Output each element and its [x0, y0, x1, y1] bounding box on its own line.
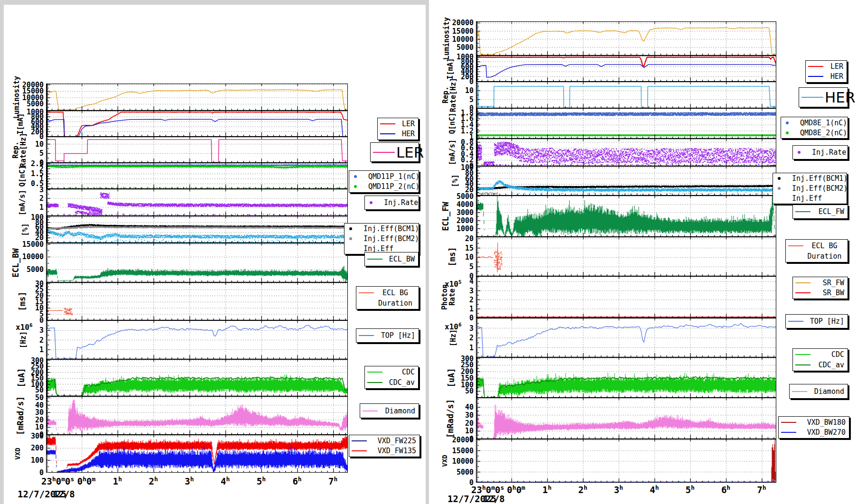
- legend-entry: CDC_av: [366, 377, 417, 388]
- legend-entry: ECL_FW: [794, 206, 847, 217]
- legend-entry: HER: [807, 72, 846, 82]
- xaxis-time-unit: m: [522, 484, 525, 491]
- legend-no-marker: [787, 251, 805, 261]
- ytick-duration-right: 20: [445, 235, 474, 243]
- legend-left-8: CDCCDC_av: [364, 366, 419, 389]
- legend-entry: Diamond: [791, 386, 847, 397]
- legend-entry: CDC: [794, 349, 847, 360]
- legend-label: Inj.Rate: [384, 198, 420, 207]
- xaxis-time-unit: h: [190, 476, 194, 483]
- xaxis-time-unit: h: [619, 484, 623, 491]
- legend-line-marker: [357, 288, 375, 298]
- ylabel-top-left: [Hz]: [19, 331, 27, 348]
- ylabel-reprate-right: Rep. Rate[Hz]: [442, 78, 457, 112]
- ylabel-vxd-left: VXD: [14, 448, 21, 459]
- legend-line-marker: [791, 386, 809, 397]
- axis-power-label-top-left: x106: [16, 322, 33, 332]
- legend-label: QMD8E_1(nC): [800, 119, 849, 127]
- legend-no-marker: [357, 298, 375, 308]
- xaxis-time-unit: h: [334, 476, 338, 483]
- ylabel-ecl_bw-left: ECL_BW: [12, 248, 19, 277]
- legend-line-marker: [800, 88, 825, 106]
- xaxis-label-left-8: 7h: [328, 476, 337, 486]
- legend-left-2: QMD11P_1(nC)QMD11P_2(nC): [349, 170, 419, 193]
- ylabel-injeff-left: [%]: [21, 223, 29, 236]
- xaxis-label-left-5: 4h: [221, 476, 230, 486]
- legend-entry: Inj.Eff(BCM2): [345, 234, 418, 244]
- xaxis-time-number: 0: [86, 476, 92, 486]
- legend-right-5: ECL_FW: [792, 205, 848, 219]
- legend-entry: LER: [379, 119, 417, 129]
- legend-line-marker: [780, 417, 798, 428]
- ytick-ecl_fw-right: 5000: [445, 193, 474, 200]
- legend-dot-marker: [345, 234, 363, 244]
- legend-dot-marker: [345, 224, 363, 234]
- panel-charge-left: [46, 163, 348, 189]
- legend-label: HER: [397, 130, 417, 138]
- xaxis-time-unit: h: [584, 484, 587, 491]
- legend-dot-marker: [782, 128, 800, 138]
- xaxis-time-unit: h: [298, 476, 302, 483]
- legend-entry: QMD8E_1(nC): [782, 118, 847, 128]
- xaxis-time-number: 0: [516, 485, 522, 495]
- legend-entry: Inj.Eff(BCM2): [774, 184, 846, 194]
- legend-label: LER: [825, 62, 846, 71]
- legend-entry: Duration: [357, 298, 418, 308]
- legend-label: CDC: [812, 350, 847, 359]
- power-exponent: 6: [458, 322, 462, 328]
- ylabel-duration-right: [ms]: [448, 247, 456, 266]
- xaxis-time-number: 6: [721, 485, 727, 495]
- legend-label: TOP [Hz]: [805, 317, 847, 326]
- xaxis-time-number: 0: [507, 485, 512, 495]
- legend-label: QMD11P_1(nC): [368, 172, 422, 181]
- legend-entry: VXD_BW180: [780, 417, 848, 428]
- xaxis-time-unit: s: [70, 476, 74, 483]
- legend-dot-marker: [366, 197, 384, 208]
- legend-line-marker: [794, 288, 812, 299]
- legend-line-marker: [807, 61, 825, 72]
- date-label-left-1: 12/8: [53, 489, 75, 499]
- ylabel-duration-left: [ms]: [19, 292, 26, 311]
- legend-entry: Inj.Rate: [366, 197, 418, 208]
- background-monitor-canvas: 5000100001500020000Luminosity02004006008…: [0, 0, 857, 504]
- legend-left-1: LER: [370, 142, 419, 162]
- legend-entry: TOP [Hz]: [357, 330, 418, 341]
- legend-line-marker: [350, 436, 368, 446]
- legend-label: LER: [396, 144, 426, 161]
- legend-entry: Diamond: [361, 406, 418, 416]
- legend-label: Inj.Eff(BCM1): [363, 224, 421, 233]
- legend-line-marker: [794, 349, 812, 360]
- xaxis-label-right-1: 0h0m: [507, 484, 525, 495]
- legend-label: Inj.Eff(BCM2): [363, 234, 421, 243]
- legend-entry: CDC_av: [794, 360, 847, 370]
- legend-left-10: VXD_FW225VXD_FW135: [349, 435, 420, 457]
- legend-entry: Inj.Eff(BCM1): [345, 224, 418, 234]
- xaxis-time-number: 5: [686, 485, 691, 495]
- legend-label: Diamond: [809, 387, 847, 396]
- legend-entry: Duration: [787, 251, 847, 261]
- xaxis-time-number: 6: [292, 476, 298, 486]
- legend-line-marker: [350, 446, 368, 457]
- panel-duration-left: [46, 282, 348, 320]
- xaxis-time-unit: h: [512, 484, 516, 491]
- xaxis-time-unit: m: [92, 476, 95, 483]
- xaxis-label-left-2: 1h: [113, 476, 122, 486]
- legend-dot-marker: [350, 182, 368, 192]
- legend-label: Inj.Eff: [792, 194, 846, 203]
- ytick-vxd-left: 300: [15, 432, 44, 440]
- ylabel-current-right: I[mA]: [447, 58, 454, 79]
- panel-reprate-right: [476, 82, 776, 108]
- legend-right-7: SR_FWSR_BW: [792, 277, 848, 299]
- ytick-cdc-left: 300: [15, 357, 44, 364]
- xaxis-time-unit: h: [548, 484, 552, 491]
- legend-label: LER: [397, 120, 417, 128]
- legend-right-6: ECL BGDuration: [785, 239, 848, 262]
- legend-entry: ECL BG: [787, 241, 847, 251]
- panel-current-right: [476, 56, 776, 82]
- xaxis-label-right-8: 7h: [757, 484, 766, 495]
- xaxis-time-number: 1: [113, 476, 118, 486]
- panel-cdc-right: [476, 357, 776, 398]
- xaxis-time-unit: h: [482, 484, 486, 491]
- xaxis-time-unit: h: [655, 484, 659, 491]
- power-base: x10: [16, 323, 29, 332]
